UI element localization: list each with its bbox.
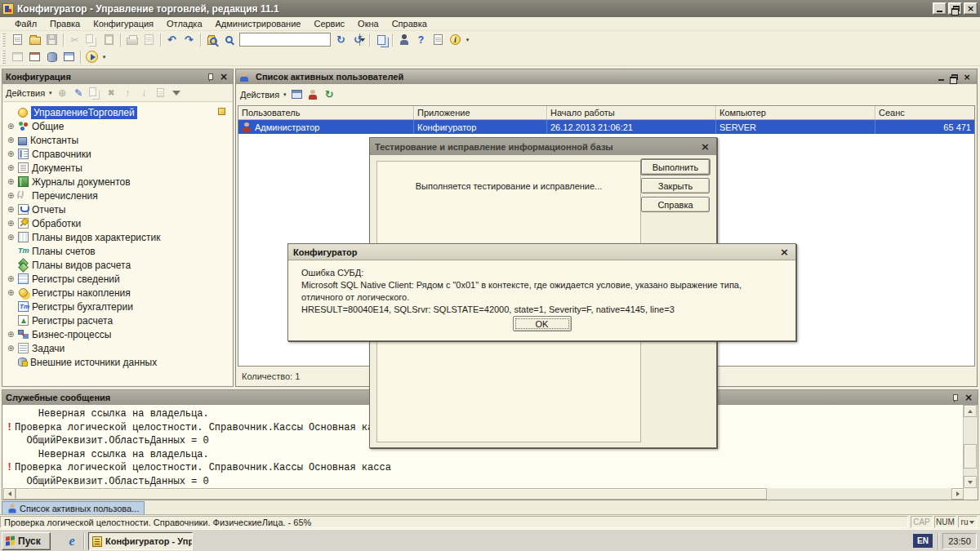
expander-icon[interactable]: ⊕ [7, 288, 18, 297]
close-button[interactable]: Закрыть [641, 178, 710, 193]
scrollbar-thumb[interactable] [16, 488, 767, 500]
toolbar-grip[interactable] [2, 33, 6, 47]
tree-item-constants[interactable]: ⊕Константы [3, 133, 232, 147]
tree-item-tasks[interactable]: ⊕Задачи [3, 341, 232, 355]
message-line[interactable]: !Проверка логической целостности. Справо… [7, 461, 963, 475]
database-configuration-icon[interactable] [44, 50, 60, 64]
exchange-table-icon[interactable] [61, 50, 77, 64]
scroll-right-button[interactable] [951, 488, 964, 500]
menu-help[interactable]: Справка [385, 18, 434, 29]
find-previous-icon[interactable]: ↺ [350, 33, 366, 47]
expander-icon[interactable]: ⊕ [7, 344, 18, 353]
context-help-icon[interactable]: ? [413, 33, 429, 47]
tree-item-reports[interactable]: ⊕Отчеты [3, 202, 232, 216]
menu-service[interactable]: Сервис [307, 18, 351, 29]
column-header-start-time[interactable]: Начало работы [547, 106, 716, 119]
tree-item-data-processors[interactable]: ⊕Обработки [3, 216, 232, 230]
tree-item-enums[interactable]: ⊕Перечисления [3, 189, 232, 202]
delete-icon[interactable]: ✖ [104, 86, 118, 100]
print-preview-icon[interactable] [141, 33, 157, 47]
close-icon[interactable]: × [778, 246, 791, 258]
help-button[interactable]: Справка [641, 197, 710, 212]
menu-edit[interactable]: Правка [43, 18, 87, 29]
language-indicator[interactable]: EN [913, 534, 933, 548]
expander-icon[interactable]: ⊕ [7, 177, 18, 186]
expander-icon[interactable]: ⊕ [7, 274, 18, 283]
keyboard-language-cell[interactable]: ru [958, 516, 978, 528]
tree-root[interactable]: УправлениеТорговлей [3, 105, 232, 119]
search-combobox[interactable] [239, 33, 331, 47]
actions-dropdown-icon[interactable]: ▾ [47, 90, 54, 96]
task-button-configurator[interactable]: Конфигуратор - Упр... [88, 532, 193, 550]
close-icon[interactable]: × [960, 71, 973, 82]
find-next-icon[interactable]: ↻ [333, 33, 349, 47]
help-topics-icon[interactable] [430, 33, 446, 47]
close-icon[interactable]: × [699, 140, 711, 153]
move-up-icon[interactable]: ↑ [120, 86, 135, 100]
panel-close-icon[interactable]: × [218, 71, 229, 82]
panel-close-icon[interactable]: × [963, 392, 974, 403]
refresh-icon[interactable]: ↻ [322, 87, 336, 101]
vertical-scrollbar[interactable] [964, 405, 977, 488]
tree-item-external-data-sources[interactable]: Внешние источники данных [3, 355, 232, 369]
minimize-icon[interactable] [934, 71, 947, 82]
column-header-computer[interactable]: Компьютер [716, 106, 875, 119]
add-icon[interactable]: ⊕ [55, 86, 69, 100]
pin-icon[interactable] [205, 72, 215, 82]
start-button[interactable]: Пуск [2, 532, 51, 550]
redo-icon[interactable]: ↷ [181, 33, 197, 47]
internet-explorer-icon[interactable]: e [64, 533, 80, 549]
ok-button[interactable]: OK [513, 316, 572, 331]
edit-icon[interactable]: ✎ [71, 86, 86, 100]
tree-item-calculation-registers[interactable]: Регистры расчета [3, 313, 232, 327]
menu-debug[interactable]: Отладка [160, 18, 208, 29]
debug-dropdown-icon[interactable]: ▾ [100, 54, 108, 60]
expander-icon[interactable]: ⊕ [7, 219, 18, 228]
tree-item-business-processes[interactable]: ⊕Бизнес-процессы [3, 327, 232, 341]
info-icon[interactable]: i [448, 33, 463, 47]
expander-icon[interactable]: ⊕ [7, 163, 18, 172]
tree-item-common[interactable]: ⊕Общие [3, 119, 232, 133]
search-icon[interactable] [221, 33, 237, 47]
properties-icon[interactable] [153, 86, 167, 100]
close-configuration-icon[interactable] [27, 50, 42, 64]
expander-icon[interactable]: ⊕ [7, 122, 18, 131]
save-icon[interactable] [44, 33, 60, 47]
expander-icon[interactable]: ⊕ [7, 330, 18, 339]
scroll-down-button[interactable] [964, 476, 977, 488]
move-down-icon[interactable]: ↓ [136, 86, 151, 100]
message-line[interactable]: ОбщийРеквизит.ОбластьДанных = 0 [7, 475, 963, 489]
tree-item-accounting-registers[interactable]: Регистры бухгалтерии [3, 300, 232, 313]
tree-item-document-journals[interactable]: ⊕Журналы документов [3, 175, 232, 189]
copy-icon[interactable] [84, 33, 100, 47]
new-document-icon[interactable] [10, 33, 25, 47]
tree-item-chart-of-characteristic-types[interactable]: ⊕Планы видов характеристик [3, 230, 232, 244]
expander-icon[interactable]: ⊕ [7, 136, 18, 144]
assistant-icon[interactable] [396, 33, 412, 47]
menu-windows[interactable]: Окна [351, 18, 385, 29]
tree-item-accumulation-registers[interactable]: ⊕Регистры накопления [3, 286, 232, 300]
user-icon[interactable] [305, 87, 320, 101]
column-header-session[interactable]: Сеанс [875, 106, 974, 119]
toolbar-grip[interactable] [2, 51, 6, 64]
configuration-window-icon[interactable] [10, 50, 25, 64]
scroll-left-button[interactable] [3, 488, 16, 500]
run-button[interactable]: Выполнить [641, 159, 710, 175]
tree-item-calculation-types[interactable]: Планы видов расчета [3, 258, 232, 272]
print-icon[interactable] [124, 33, 140, 47]
table-row[interactable]: Администратор Конфигуратор 26.12.2013 21… [238, 120, 974, 134]
pin-icon[interactable] [950, 393, 960, 402]
expander-icon[interactable]: ⊕ [7, 149, 18, 158]
minimize-button[interactable] [933, 2, 947, 15]
menu-administration[interactable]: Администрирование [209, 18, 308, 29]
column-header-user[interactable]: Пользователь [238, 106, 414, 119]
undo-icon[interactable]: ↶ [164, 33, 180, 47]
cut-icon[interactable]: ✂ [67, 33, 82, 47]
scroll-up-button[interactable] [964, 405, 977, 417]
tree-item-information-registers[interactable]: ⊕Регистры сведений [3, 272, 232, 286]
info-dropdown-icon[interactable]: ▾ [464, 37, 471, 43]
expander-icon[interactable]: ⊕ [7, 205, 18, 214]
global-search-icon[interactable] [204, 33, 220, 47]
menu-configuration[interactable]: Конфигурация [87, 18, 160, 29]
tree-item-catalogs[interactable]: ⊕Справочники [3, 147, 232, 161]
